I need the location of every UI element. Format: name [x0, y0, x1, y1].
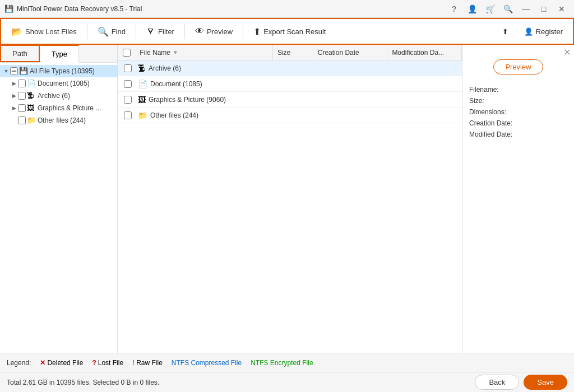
tree-expand-document[interactable]: ▶: [10, 80, 18, 87]
tree-graphics-label: Graphics & Picture ...: [38, 104, 101, 112]
deleted-icon: ✕: [40, 359, 45, 367]
graphics-file-icon: 🖼: [138, 95, 146, 104]
preview-creation-label: Creation Date:: [469, 119, 512, 127]
tree-item-graphics[interactable]: ▶ 🖼 Graphics & Picture ...: [8, 102, 117, 114]
preview-dimensions-row: Dimensions:: [469, 108, 567, 116]
tab-path[interactable]: Path: [0, 45, 40, 62]
tree-item-document[interactable]: ▶ 📄 Document (1085): [8, 77, 117, 90]
tree-check-document[interactable]: [18, 80, 26, 87]
toolbar: 📂 Show Lost Files 🔍 Find ⛛ Filter 👁 Prev…: [0, 18, 574, 45]
ntfs-compressed-label: NTFS Compressed File: [172, 359, 242, 367]
tree-item-archive[interactable]: ▶ 🗜 Archive (6): [8, 90, 117, 102]
select-all-checkbox[interactable]: [123, 49, 131, 57]
find-button[interactable]: 🔍 Find: [92, 24, 131, 40]
table-row[interactable]: 🗜 Archive (6): [118, 60, 462, 76]
row-checkbox-document[interactable]: [124, 80, 132, 88]
toolbar-separator-2: [136, 24, 136, 39]
table-row[interactable]: 📄 Document (1085): [118, 76, 462, 92]
archive-icon: 🗜: [27, 91, 36, 100]
row-checkbox-graphics[interactable]: [124, 96, 132, 104]
row-check-other: [118, 111, 138, 119]
preview-size-row: Size:: [469, 97, 567, 105]
filter-button[interactable]: ⛛ Filter: [141, 24, 180, 39]
legend-raw: ! Raw File: [132, 359, 163, 367]
close-button[interactable]: ✕: [554, 3, 570, 15]
tree-item-other[interactable]: ▶ 📁 Other files (244): [8, 114, 117, 127]
all-files-icon: 💾: [19, 67, 28, 76]
header-check-cell: [118, 49, 135, 57]
preview-filename-label: Filename:: [469, 86, 499, 94]
find-icon: 🔍: [98, 26, 109, 37]
minimize-button[interactable]: —: [518, 3, 534, 15]
cart-button[interactable]: 🛒: [482, 3, 498, 15]
row-check-document: [118, 80, 138, 88]
tree-check-root[interactable]: [10, 67, 18, 75]
filter-label: Filter: [158, 27, 174, 36]
row-filename-graphics: Graphics & Picture (9060): [149, 96, 249, 104]
preview-close-button[interactable]: ✕: [563, 47, 571, 58]
tree-expand-graphics[interactable]: ▶: [10, 104, 18, 112]
row-checkbox-other[interactable]: [124, 111, 132, 119]
graphics-icon: 🖼: [27, 104, 36, 113]
raw-label: Raw File: [136, 359, 163, 367]
toolbar-separator-4: [243, 24, 243, 39]
table-row[interactable]: 📁 Other files (244): [118, 108, 462, 123]
ntfs-encrypted-label: NTFS Encrypted File: [251, 359, 313, 367]
export-scan-result-button[interactable]: ⬆ Export Scan Result: [248, 24, 331, 40]
lost-icon: ?: [92, 359, 96, 367]
preview-action-button[interactable]: Preview: [493, 59, 543, 74]
app-icon: 💾: [4, 4, 13, 13]
legend-ntfs-compressed: NTFS Compressed File: [172, 359, 242, 367]
register-button[interactable]: 👤 Register: [519, 25, 568, 39]
tree-expand-root[interactable]: ▼: [2, 67, 10, 75]
row-filename-archive: Archive (6): [149, 64, 249, 72]
file-panel: File Name ▼ Size Creation Date Modificat…: [118, 45, 462, 353]
document-file-icon: 📄: [138, 80, 147, 88]
save-button[interactable]: Save: [524, 375, 567, 390]
back-button[interactable]: Back: [475, 375, 519, 390]
preview-label: Preview: [207, 27, 233, 36]
preview-button[interactable]: 👁 Preview: [189, 24, 238, 39]
preview-modified-row: Modified Date:: [469, 130, 567, 138]
column-header-filename[interactable]: File Name ▼: [135, 45, 273, 60]
show-lost-files-label: Show Lost Files: [25, 27, 77, 36]
tree-check-other[interactable]: [18, 116, 26, 124]
tree-container: ▼ 💾 All File Types (10395) ▶ 📄 Document …: [0, 63, 117, 353]
column-header-size[interactable]: Size: [273, 45, 313, 60]
status-bar: Total 2.61 GB in 10395 files. Selected 0…: [0, 372, 574, 392]
show-lost-files-icon: 📂: [11, 26, 22, 37]
user-button[interactable]: 👤: [464, 3, 480, 15]
share-icon: ⬆: [502, 27, 508, 36]
tree-expand-archive[interactable]: ▶: [10, 92, 18, 100]
row-checkbox-archive[interactable]: [124, 64, 132, 72]
tree-document-label: Document (1085): [38, 80, 90, 87]
tree-root[interactable]: ▼ 💾 All File Types (10395): [0, 65, 117, 77]
legend-lost: ? Lost File: [92, 359, 123, 367]
left-panel: Path Type ▼ 💾 All File Types (10395) ▶ 📄: [0, 45, 118, 353]
column-header-creation[interactable]: Creation Date: [313, 45, 388, 60]
show-lost-files-button[interactable]: 📂 Show Lost Files: [6, 24, 82, 40]
title-bar: 💾 MiniTool Power Data Recovery v8.5 - Tr…: [0, 0, 574, 18]
table-row[interactable]: 🖼 Graphics & Picture (9060): [118, 92, 462, 108]
export-scan-result-label: Export Scan Result: [263, 27, 326, 36]
tab-type[interactable]: Type: [40, 45, 79, 63]
zoom-button[interactable]: 🔍: [500, 3, 516, 15]
legend-deleted: ✕ Deleted File: [40, 359, 83, 367]
column-header-modification[interactable]: Modification Da...: [387, 45, 462, 60]
maximize-button[interactable]: □: [536, 3, 552, 15]
share-button[interactable]: ⬆: [497, 25, 514, 39]
tree-children: ▶ 📄 Document (1085) ▶ 🗜 Archive (6) ▶ 🖼 …: [0, 77, 117, 127]
deleted-label: Deleted File: [47, 359, 83, 367]
row-check-archive: [118, 64, 138, 72]
tree-check-graphics[interactable]: [18, 104, 26, 112]
tree-check-archive[interactable]: [18, 92, 26, 100]
archive-file-icon: 🗜: [138, 64, 146, 73]
legend-ntfs-encrypted: NTFS Encrypted File: [251, 359, 313, 367]
file-list: 🗜 Archive (6) 📄 Document (1085): [118, 60, 462, 353]
toolbar-right: ⬆ 👤 Register: [497, 25, 568, 39]
tree-other-label: Other files (244): [38, 116, 86, 124]
filename-sort-arrow: ▼: [173, 49, 178, 55]
other-file-icon: 📁: [138, 111, 147, 120]
help-button[interactable]: ?: [446, 3, 462, 15]
tabs-row: Path Type: [0, 45, 117, 63]
